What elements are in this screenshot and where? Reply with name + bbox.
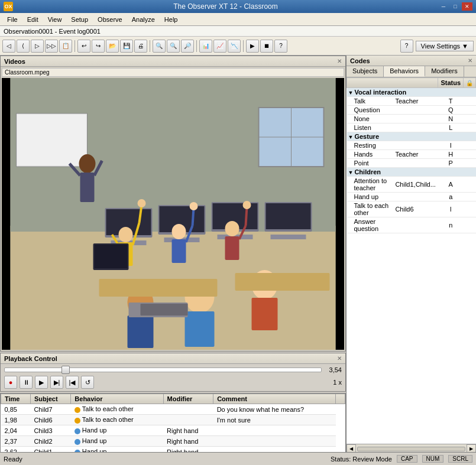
- codes-panel-close[interactable]: ✕: [468, 57, 472, 64]
- cell-modifier: Right hand: [163, 436, 213, 447]
- toolbar-btn-2[interactable]: ⟨: [17, 40, 30, 53]
- svg-rect-36: [225, 236, 239, 260]
- behavior-row[interactable]: Hand up a: [347, 193, 476, 201]
- toolbar-btn-10[interactable]: 🖨: [134, 40, 147, 53]
- breadcrumb-text: Observation0001 - Event log0001: [4, 28, 101, 35]
- behavior-row[interactable]: Attention to teacher Child1,Child... A: [347, 177, 476, 193]
- toolbar-btn-9[interactable]: 💾: [120, 40, 133, 53]
- svg-rect-46: [99, 279, 218, 297]
- behavior-label: None: [347, 115, 393, 123]
- behavior-row[interactable]: Question Q: [347, 106, 476, 115]
- svg-point-24: [119, 227, 133, 242]
- behavior-row[interactable]: Listen L: [347, 123, 476, 132]
- cell-modifier: [163, 415, 213, 425]
- toolbar-btn-13[interactable]: 🔎: [181, 40, 194, 53]
- behavior-key: n: [438, 217, 464, 233]
- behavior-row[interactable]: Resting I: [347, 141, 476, 150]
- behavior-row[interactable]: Hands Teacher H: [347, 150, 476, 159]
- category-label: ▼Gesture: [347, 132, 476, 141]
- toolbar-btn-12[interactable]: 🔍: [167, 40, 180, 53]
- playback-panel-header: Playback Control ✕: [1, 353, 345, 364]
- cell-subject: Child6: [30, 415, 70, 425]
- app-title: The Observer XT 12 - Classroom: [13, 2, 438, 11]
- record-button[interactable]: ●: [4, 376, 17, 389]
- behavior-row[interactable]: Answer question n: [347, 217, 476, 233]
- menu-edit[interactable]: Edit: [22, 15, 43, 24]
- toolbar-right: ? View Settings ▼: [400, 40, 474, 53]
- toolbar-btn-16[interactable]: 📉: [228, 40, 241, 53]
- behavior-key: N: [438, 115, 464, 123]
- menu-analyze[interactable]: Analyze: [127, 15, 160, 24]
- category-row[interactable]: ▼Gesture: [347, 132, 476, 141]
- tab-modifiers[interactable]: Modifiers: [425, 66, 464, 77]
- codes-table: Status 🔒 ▼Vocal interaction Talk Teacher…: [347, 77, 476, 233]
- toolbar-btn-1[interactable]: ◁: [2, 40, 15, 53]
- video-screen: [2, 78, 344, 350]
- behavior-key: P: [438, 159, 464, 168]
- behavior-row[interactable]: Point P: [347, 159, 476, 168]
- behavior-key: Q: [438, 106, 464, 115]
- behavior-label: Answer question: [347, 217, 393, 233]
- menu-setup[interactable]: Setup: [66, 15, 93, 24]
- category-row[interactable]: ▼Children: [347, 168, 476, 177]
- behavior-row[interactable]: Talk Teacher T: [347, 97, 476, 106]
- minimize-button[interactable]: ─: [438, 2, 449, 11]
- toolbar-btn-14[interactable]: 📊: [199, 40, 212, 53]
- toolbar-btn-5[interactable]: 📋: [59, 40, 72, 53]
- behavior-subject: [393, 193, 438, 201]
- svg-rect-51: [95, 245, 128, 268]
- window-controls[interactable]: ─ □ ✕: [438, 2, 472, 11]
- cell-time: 1,98: [1, 415, 31, 425]
- menu-help[interactable]: Help: [160, 15, 183, 24]
- toolbar-btn-17[interactable]: ▶: [246, 40, 259, 53]
- table-row: 2,37 Child2 Hand up Right hand: [1, 436, 345, 447]
- toolbar-btn-6[interactable]: ↩: [77, 40, 90, 53]
- toolbar-btn-15[interactable]: 📈: [213, 40, 226, 53]
- view-settings-button[interactable]: View Settings ▼: [416, 41, 474, 51]
- category-row[interactable]: ▼Vocal interaction: [347, 88, 476, 97]
- menu-view[interactable]: View: [43, 15, 67, 24]
- toolbar-btn-18[interactable]: ⏹: [260, 40, 273, 53]
- cell-comment: Do you know what he means?: [213, 404, 336, 415]
- behavior-row[interactable]: Talk to each other Child6 l: [347, 201, 476, 217]
- menu-observe[interactable]: Observe: [93, 15, 127, 24]
- playback-panel-close[interactable]: ✕: [337, 355, 342, 362]
- behavior-status: [464, 177, 476, 193]
- toolbar-btn-4[interactable]: ▷▷: [45, 40, 58, 53]
- videos-panel-close[interactable]: ✕: [337, 58, 342, 64]
- behavior-row[interactable]: None N: [347, 115, 476, 123]
- scrollbar-track[interactable]: [357, 447, 465, 451]
- cell-subject: Child7: [30, 404, 70, 415]
- col-scroll: [336, 394, 345, 404]
- table-row: 1,98 Child6 Talk to each other I'm not s…: [1, 415, 345, 425]
- close-button[interactable]: ✕: [462, 2, 472, 11]
- toolbar-btn-11[interactable]: 🔍: [153, 40, 166, 53]
- toolbar-btn-7[interactable]: ↪: [92, 40, 105, 53]
- menu-file[interactable]: File: [2, 15, 22, 24]
- behavior-key: a: [438, 193, 464, 201]
- step-forward-button[interactable]: ▶|: [50, 376, 63, 389]
- collapse-arrow: ▼: [348, 90, 354, 96]
- toolbar-btn-3[interactable]: ▷: [31, 40, 44, 53]
- progress-bar[interactable]: [4, 368, 322, 372]
- toolbar-btn-19[interactable]: ?: [274, 40, 287, 53]
- help-button[interactable]: ?: [400, 40, 413, 53]
- pause-button[interactable]: ⏸: [20, 376, 33, 389]
- step-back-button[interactable]: |◀: [66, 376, 79, 389]
- loop-button[interactable]: ↺: [81, 376, 94, 389]
- playback-controls: ● ⏸ ▶ ▶| |◀ ↺ 1 x: [4, 376, 342, 389]
- videos-panel-title: Videos: [4, 58, 25, 65]
- time-display: 3,54: [324, 366, 342, 373]
- status-scrl: SCRL: [448, 455, 472, 463]
- play-button[interactable]: ▶: [35, 376, 48, 389]
- playback-panel: Playback Control ✕ 3,54 ● ⏸ ▶ ▶| |◀ ↺: [0, 353, 346, 392]
- tab-subjects[interactable]: Subjects: [347, 66, 384, 77]
- toolbar-btn-8[interactable]: 📂: [106, 40, 119, 53]
- behavior-subject: [393, 106, 438, 115]
- behavior-label: Hands: [347, 150, 393, 159]
- maximize-button[interactable]: □: [450, 2, 461, 11]
- codes-header: Codes ✕: [347, 56, 476, 66]
- col-behavior-name: [347, 78, 438, 88]
- tab-behaviors[interactable]: Behaviors: [384, 66, 425, 77]
- progress-thumb[interactable]: [61, 366, 70, 374]
